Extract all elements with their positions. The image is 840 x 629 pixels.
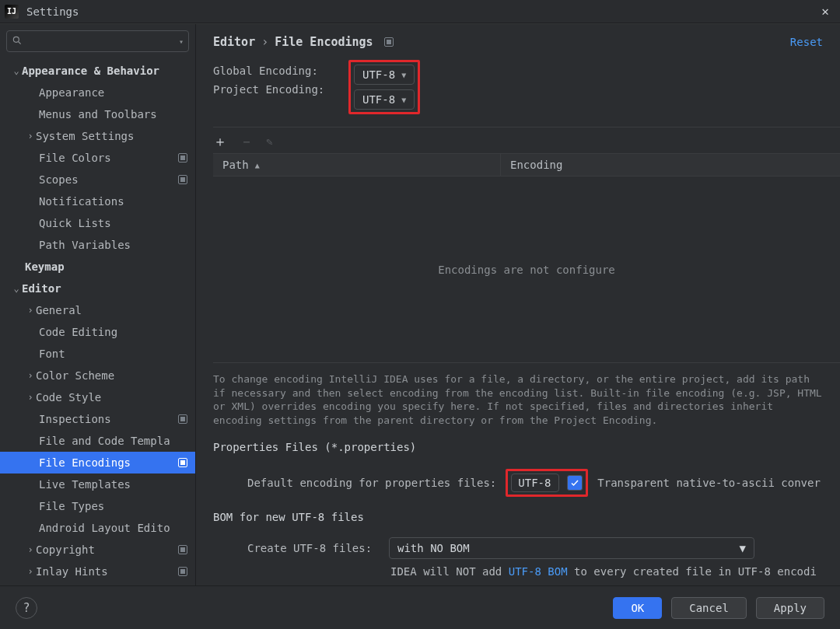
table-placeholder: Encodings are not configure [438,264,615,276]
project-scope-icon [178,567,187,576]
chevron-down-icon[interactable]: ⌄ [11,65,22,76]
sidebar-item[interactable]: Appearance [0,82,195,103]
add-icon[interactable]: ＋ [213,135,227,149]
chevron-down-icon[interactable]: ⌄ [11,283,22,294]
chevron-down-icon: ▼ [740,542,746,554]
project-scope-icon [178,414,187,424]
sidebar-item-label: Editor [22,282,187,295]
sidebar-item[interactable]: ›Code Style [0,386,195,408]
sidebar-item[interactable]: Font [0,343,195,365]
sidebar-item-label: Color Scheme [36,369,187,382]
app-icon: IJ [5,5,19,19]
project-encoding-label: Project Encoding: [213,83,338,96]
reset-button[interactable]: Reset [790,36,823,48]
sidebar-item-label: Inspections [39,413,173,425]
sidebar-item-label: Live Templates [39,478,187,491]
sidebar-item[interactable]: File and Code Templa [0,430,195,452]
edit-icon: ✎ [266,135,272,148]
chevron-right-icon[interactable]: › [25,566,36,577]
help-text: To change encoding IntelliJ IDEA uses fo… [196,363,840,427]
chevron-right-icon[interactable]: › [25,392,36,403]
chevron-right-icon[interactable]: › [25,305,36,316]
sidebar-item[interactable]: Scopes [0,169,195,190]
project-encoding-value: UTF-8 [362,93,395,106]
sidebar-item[interactable]: ›System Settings [0,125,195,147]
bom-create-label: Create UTF-8 files: [247,542,378,554]
sidebar-item[interactable]: File Encodings [0,452,195,473]
table-body: Encodings are not configure [213,176,840,363]
sidebar: ▾ ⌄Appearance & BehaviorAppearanceMenus … [0,24,196,585]
titlebar: IJ Settings ✕ [0,0,840,23]
help-icon[interactable]: ? [16,597,37,619]
breadcrumb-separator: › [261,35,268,49]
sidebar-item[interactable]: Code Editing [0,321,195,343]
sidebar-item[interactable]: ⌄Appearance & Behavior [0,60,195,82]
breadcrumb-root: Editor [213,35,255,49]
bom-create-value: with NO BOM [397,542,470,554]
sidebar-item[interactable]: ›Color Scheme [0,365,195,386]
sidebar-item[interactable]: File Colors [0,147,195,169]
sidebar-item[interactable]: File Types [0,495,195,517]
sidebar-item[interactable]: ›Inlay Hints [0,561,195,582]
chevron-right-icon[interactable]: › [25,370,36,381]
col-path[interactable]: Path ▲ [213,154,501,176]
col-encoding[interactable]: Encoding [501,159,840,171]
apply-button[interactable]: Apply [756,597,824,619]
content-panel: Editor › File Encodings Reset Global Enc… [196,24,840,585]
project-scope-icon [178,153,187,162]
project-scope-icon [384,37,394,47]
sidebar-item[interactable]: Menus and Toolbars [0,103,195,125]
sidebar-item-label: Keymap [25,260,187,273]
sidebar-item-label: General [36,304,187,316]
project-scope-icon [178,545,187,554]
transparent-ascii-checkbox[interactable] [567,475,583,491]
sidebar-item-label: Appearance [39,86,187,99]
search-input[interactable] [23,35,179,48]
project-encoding-select[interactable]: UTF-8 ▼ [354,89,415,110]
svg-point-0 [13,37,19,42]
properties-highlight-box: UTF-8 [506,469,588,497]
window-title: Settings [26,5,815,18]
properties-default-label: Default encoding for properties files: [247,477,496,489]
chevron-right-icon[interactable]: › [25,131,36,142]
sidebar-item[interactable]: Quick Lists [0,212,195,234]
sidebar-item[interactable]: Notifications [0,190,195,212]
chevron-down-icon[interactable]: ▾ [179,37,184,46]
sidebar-item[interactable]: Keymap [0,256,195,278]
global-encoding-select[interactable]: UTF-8 ▼ [354,65,415,85]
ok-button[interactable]: OK [613,597,662,619]
search-icon [12,35,23,48]
sidebar-item[interactable]: Inspections [0,408,195,430]
sidebar-item-label: Inlay Hints [36,565,173,578]
project-scope-icon [178,175,187,184]
sidebar-item-label: File Encodings [39,456,173,469]
project-scope-icon [178,458,187,467]
sidebar-item[interactable]: ›General [0,299,195,321]
cancel-button[interactable]: Cancel [671,597,747,619]
sidebar-item[interactable]: Android Layout Edito [0,517,195,539]
footer: ? OK Cancel Apply [0,585,840,629]
sidebar-item-label: Appearance & Behavior [22,65,187,77]
sidebar-item-label: File Types [39,500,187,512]
bom-link[interactable]: UTF-8 BOM [509,565,568,578]
sidebar-item[interactable]: ⌄Editor [0,278,195,299]
sort-asc-icon: ▲ [255,161,260,169]
search-input-wrapper[interactable]: ▾ [6,30,189,52]
properties-encoding-select[interactable]: UTF-8 [511,473,559,492]
properties-heading: Properties Files (*.properties) [196,427,840,453]
sidebar-item[interactable]: ›Copyright [0,539,195,561]
table-toolbar: ＋ － ✎ [213,127,840,150]
bom-create-select[interactable]: with NO BOM ▼ [389,537,754,559]
transparent-ascii-label: Transparent native-to-ascii conver [597,477,821,489]
sidebar-item[interactable]: Path Variables [0,234,195,256]
chevron-right-icon[interactable]: › [25,544,36,555]
sidebar-item-label: Code Editing [39,326,187,338]
global-encoding-label: Global Encoding: [213,65,338,77]
sidebar-item-label: Font [39,348,187,360]
settings-window: IJ Settings ✕ ▾ ⌄Appearance & BehaviorAp… [0,0,840,629]
table-header: Path ▲ Encoding [213,153,840,176]
sidebar-item[interactable]: Live Templates [0,473,195,495]
close-icon[interactable]: ✕ [815,1,835,22]
settings-tree[interactable]: ⌄Appearance & BehaviorAppearanceMenus an… [0,57,195,585]
sidebar-item-label: Code Style [36,391,187,404]
